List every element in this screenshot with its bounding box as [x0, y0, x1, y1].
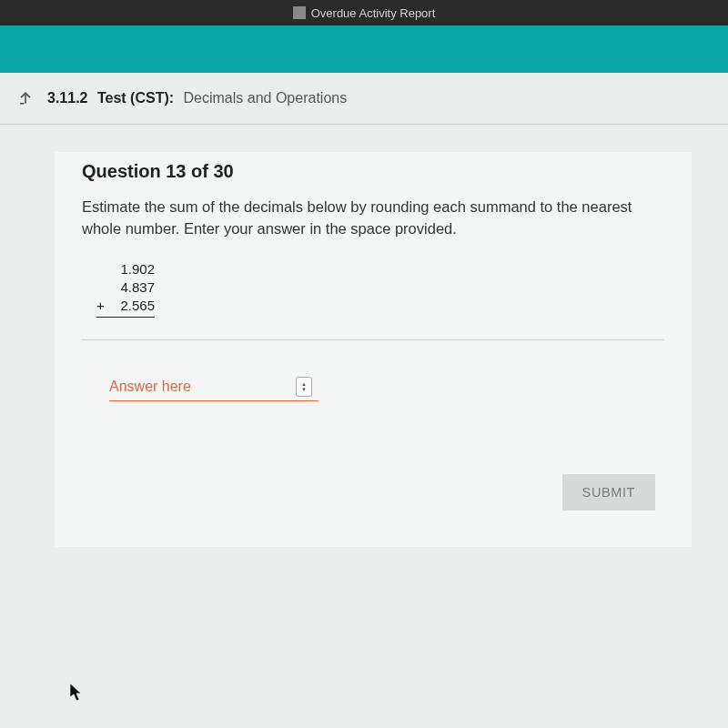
window-top-bar: Overdue Activity Report — [0, 0, 728, 25]
submit-row: SUBMIT — [82, 474, 664, 511]
number-stepper[interactable]: ▲ ▼ — [296, 377, 312, 397]
summand-3: 2.565 — [120, 297, 155, 315]
answer-line: ▲ ▼ — [109, 377, 318, 401]
question-body: Estimate the sum of the decimals below b… — [82, 197, 664, 240]
summand-1: 1.902 — [96, 260, 155, 278]
breadcrumb-row: 3.11.2 Test (CST): Decimals and Operatio… — [0, 73, 728, 125]
answer-zone: ▲ ▼ — [109, 377, 664, 401]
submit-button[interactable]: SUBMIT — [562, 474, 655, 511]
divider — [82, 339, 664, 340]
window-title: Overdue Activity Report — [311, 6, 436, 20]
test-label: Test (CST): — [97, 90, 174, 106]
stepper-down-icon: ▼ — [301, 387, 307, 392]
question-card: Question 13 of 30 Estimate the sum of th… — [55, 152, 692, 547]
breadcrumb: 3.11.2 Test (CST): Decimals and Operatio… — [47, 90, 347, 106]
section-code: 3.11.2 — [47, 90, 87, 106]
plus-sign: + — [96, 297, 105, 315]
summand-2: 4.837 — [96, 278, 155, 297]
addition-problem: 1.902 4.837 + 2.565 — [96, 260, 155, 318]
section-title: Decimals and Operations — [184, 90, 348, 106]
summand-3-row: + 2.565 — [96, 297, 155, 317]
question-title: Question 13 of 30 — [82, 161, 664, 182]
content-frame: 3.11.2 Test (CST): Decimals and Operatio… — [0, 73, 728, 728]
back-arrow-icon[interactable] — [13, 86, 38, 111]
app-icon — [293, 6, 306, 19]
answer-input[interactable] — [109, 379, 268, 395]
teal-header-band — [0, 25, 728, 73]
